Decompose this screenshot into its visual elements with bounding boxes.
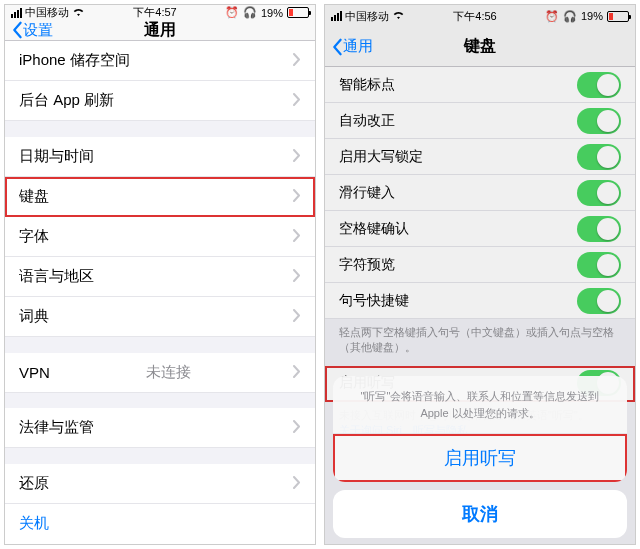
battery-icon	[607, 11, 629, 22]
group-locale: 日期与时间键盘字体语言与地区词典	[5, 137, 315, 337]
sheet-card: "听写"会将语音输入、联系人和位置等信息发送到 Apple 以处理您的请求。 启…	[333, 376, 627, 482]
toggle-switch[interactable]	[577, 144, 621, 170]
row-label: 法律与监管	[19, 418, 94, 437]
signal-icon	[331, 11, 342, 21]
signal-icon	[11, 8, 22, 18]
list-row[interactable]: 法律与监管	[5, 408, 315, 448]
shutdown-label: 关机	[19, 514, 49, 533]
chevron-right-icon	[293, 364, 301, 381]
status-bar: 中国移动 下午4:56 ⏰ 🎧 19%	[325, 5, 635, 27]
back-label: 通用	[343, 37, 373, 56]
chevron-right-icon	[293, 268, 301, 285]
row-value: 未连接	[146, 363, 191, 382]
list-row[interactable]: 启用大写锁定	[325, 139, 635, 175]
row-label: iPhone 储存空间	[19, 51, 130, 70]
group-storage: iPhone 储存空间后台 App 刷新	[5, 41, 315, 121]
headphones-icon: 🎧	[243, 6, 257, 19]
list-row[interactable]: 词典	[5, 297, 315, 337]
list-row[interactable]: iPhone 储存空间	[5, 41, 315, 81]
list-row[interactable]: 字符预览	[325, 247, 635, 283]
row-label: 空格键确认	[339, 220, 409, 238]
battery-percent: 19%	[261, 7, 283, 19]
group-shutdown: 关机	[5, 504, 315, 544]
list-row[interactable]: 字体	[5, 217, 315, 257]
row-label: 滑行键入	[339, 184, 395, 202]
back-button[interactable]: 设置	[5, 21, 53, 40]
list-row[interactable]: 还原	[5, 464, 315, 504]
list-row[interactable]: 滑行键入	[325, 175, 635, 211]
chevron-right-icon	[293, 148, 301, 165]
row-label: 日期与时间	[19, 147, 94, 166]
list-row[interactable]: 自动改正	[325, 103, 635, 139]
period-shortcut-note: 轻点两下空格键插入句号（中文键盘）或插入句点与空格（其他键盘）。	[325, 319, 635, 366]
toggle-switch[interactable]	[577, 252, 621, 278]
row-label: 键盘	[19, 187, 49, 206]
time-label: 下午4:57	[85, 5, 225, 20]
toggle-switch[interactable]	[577, 216, 621, 242]
chevron-left-icon	[331, 38, 343, 56]
chevron-right-icon	[293, 308, 301, 325]
alarm-icon: ⏰	[225, 6, 239, 19]
row-label: 后台 App 刷新	[19, 91, 114, 110]
list-row[interactable]: 句号快捷键	[325, 283, 635, 319]
chevron-right-icon	[293, 228, 301, 245]
list-row[interactable]: VPN未连接	[5, 353, 315, 393]
battery-percent: 19%	[581, 10, 603, 22]
row-label: 还原	[19, 474, 49, 493]
carrier-label: 中国移动	[345, 9, 389, 24]
row-label: 智能标点	[339, 76, 395, 94]
status-bar: 中国移动 下午4:57 ⏰ 🎧 19%	[5, 5, 315, 20]
chevron-right-icon	[293, 419, 301, 436]
row-label: 词典	[19, 307, 49, 326]
group-reset: 还原	[5, 464, 315, 504]
group-vpn: VPN未连接	[5, 353, 315, 393]
action-sheet: "听写"会将语音输入、联系人和位置等信息发送到 Apple 以处理您的请求。 启…	[333, 376, 627, 538]
row-label: 启用大写锁定	[339, 148, 423, 166]
list-row[interactable]: 智能标点	[325, 67, 635, 103]
row-label: 字符预览	[339, 256, 395, 274]
time-label: 下午4:56	[405, 9, 545, 24]
sheet-cancel-button[interactable]: 取消	[333, 490, 627, 538]
row-label: 字体	[19, 227, 49, 246]
chevron-right-icon	[293, 475, 301, 492]
toggle-switch[interactable]	[577, 72, 621, 98]
row-label: 语言与地区	[19, 267, 94, 286]
back-button[interactable]: 通用	[325, 37, 373, 56]
keyboard-toggles: 智能标点自动改正启用大写锁定滑行键入空格键确认字符预览句号快捷键	[325, 67, 635, 319]
group-legal: 法律与监管	[5, 408, 315, 448]
row-label: 句号快捷键	[339, 292, 409, 310]
nav-bar: 设置 通用	[5, 20, 315, 41]
row-label: VPN	[19, 364, 50, 381]
chevron-left-icon	[11, 21, 23, 39]
phone-keyboard-settings: 中国移动 下午4:56 ⏰ 🎧 19% 通用 键盘 智能标点自动改正启用大写锁定…	[324, 4, 636, 545]
list-row[interactable]: 日期与时间	[5, 137, 315, 177]
alarm-icon: ⏰	[545, 10, 559, 23]
chevron-right-icon	[293, 92, 301, 109]
wifi-icon	[72, 7, 85, 19]
chevron-right-icon	[293, 52, 301, 69]
chevron-right-icon	[293, 188, 301, 205]
toggle-switch[interactable]	[577, 180, 621, 206]
sheet-confirm-button[interactable]: 启用听写	[333, 434, 627, 482]
wifi-icon	[392, 10, 405, 22]
toggle-switch[interactable]	[577, 108, 621, 134]
list-row[interactable]: 空格键确认	[325, 211, 635, 247]
list-row[interactable]: 键盘	[5, 177, 315, 217]
headphones-icon: 🎧	[563, 10, 577, 23]
list-row[interactable]: 后台 App 刷新	[5, 81, 315, 121]
phone-general-settings: 中国移动 下午4:57 ⏰ 🎧 19% 设置 通用 iPhone 储存空间后台 …	[4, 4, 316, 545]
carrier-label: 中国移动	[25, 5, 69, 20]
back-label: 设置	[23, 21, 53, 40]
battery-icon	[287, 7, 309, 18]
sheet-message: "听写"会将语音输入、联系人和位置等信息发送到 Apple 以处理您的请求。	[333, 376, 627, 434]
shutdown-row[interactable]: 关机	[5, 504, 315, 544]
row-label: 自动改正	[339, 112, 395, 130]
toggle-switch[interactable]	[577, 288, 621, 314]
list-row[interactable]: 语言与地区	[5, 257, 315, 297]
nav-bar: 通用 键盘	[325, 27, 635, 67]
